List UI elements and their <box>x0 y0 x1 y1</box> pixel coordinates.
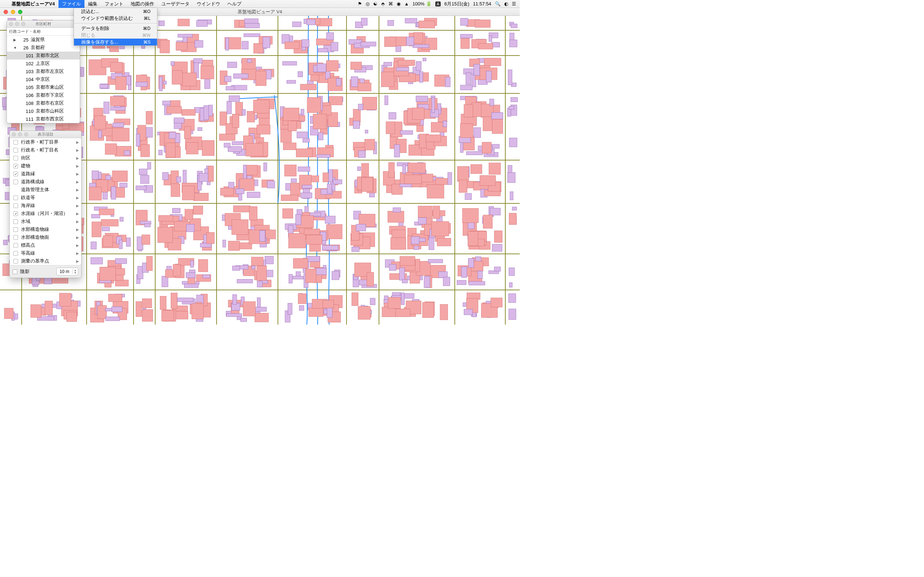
battery-status[interactable]: 100% 🔋 <box>412 1 432 6</box>
dropbox-icon[interactable]: ⬘ <box>381 1 385 6</box>
tree-row[interactable]: 110京都市山科区 <box>7 107 80 115</box>
bluetooth-icon[interactable]: ⌘ <box>388 1 393 6</box>
layer-checkbox[interactable] <box>13 259 18 264</box>
svg-rect-218 <box>94 116 106 129</box>
layer-checkbox[interactable] <box>13 219 18 224</box>
shadow-stepper[interactable]: ▲▼ <box>72 269 78 274</box>
tree-row[interactable]: ▶25滋賀県 <box>7 36 80 44</box>
layer-checkbox[interactable] <box>13 203 18 208</box>
municipality-tree[interactable]: ▶25滋賀県▼26京都府101京都市北区102上京区103京都市左京区104中京… <box>7 36 80 123</box>
chevron-right-icon[interactable]: ▶ <box>76 235 79 239</box>
chevron-right-icon[interactable]: ▶ <box>76 140 79 144</box>
layer-row[interactable]: 水涯線（河川・湖沼）▶ <box>10 210 81 218</box>
layer-checkbox[interactable] <box>13 172 18 176</box>
layer-row[interactable]: 標高点▶ <box>10 241 81 249</box>
layer-row[interactable]: 測量の基準点▶ <box>10 257 81 265</box>
svg-rect-744 <box>370 193 375 197</box>
layer-row[interactable]: 行政名・町丁目名▶ <box>10 146 81 154</box>
tree-row[interactable]: ▼26京都府 <box>7 44 80 52</box>
menu-map-ops[interactable]: 地図の操作 <box>127 0 158 8</box>
siri-icon[interactable]: ◐ <box>504 1 508 6</box>
stepper-up-icon[interactable]: ▲ <box>73 269 78 272</box>
layer-row[interactable]: 水部構造物面▶ <box>10 233 81 241</box>
tree-row[interactable]: 106京都市下京区 <box>7 91 80 99</box>
wifi-icon[interactable]: ◉ <box>397 1 401 6</box>
layer-checkbox[interactable] <box>13 211 18 216</box>
sync-icon[interactable]: ☯ <box>373 1 378 6</box>
layers-panel-titlebar[interactable]: 表示項目 <box>10 131 81 138</box>
chevron-right-icon[interactable]: ▶ <box>76 164 79 168</box>
tree-row[interactable]: 103京都市左京区 <box>7 68 80 76</box>
layer-row[interactable]: 等高線▶ <box>10 249 81 257</box>
layer-label: 測量の基準点 <box>21 258 76 264</box>
menu-item-open[interactable]: 読込む...⌘O <box>74 8 157 15</box>
menu-item-save-image[interactable]: 画像を保存する...⌘S <box>74 39 157 45</box>
layer-row[interactable]: 道路管理主体▶ <box>10 186 81 193</box>
chevron-right-icon[interactable]: ▶ <box>76 196 79 200</box>
tree-row[interactable]: 101京都市北区 <box>7 52 80 60</box>
menu-user-data[interactable]: ユーザデータ <box>158 0 193 8</box>
creative-cloud-icon[interactable]: ◎ <box>366 1 370 6</box>
layer-row[interactable]: 道路縁▶ <box>10 170 81 178</box>
layer-checkbox[interactable] <box>13 195 18 200</box>
municipality-panel-titlebar[interactable]: 市区町村 <box>7 21 80 28</box>
flag-icon[interactable]: ⚑ <box>358 1 362 6</box>
chevron-right-icon[interactable]: ▶ <box>76 259 79 263</box>
layer-checkbox[interactable] <box>13 164 18 168</box>
layer-row[interactable]: 街区▶ <box>10 154 81 162</box>
shadow-checkbox[interactable] <box>13 269 17 274</box>
layer-checkbox[interactable] <box>13 235 18 240</box>
tree-row[interactable]: 111京都市西京区 <box>7 115 80 123</box>
layer-row[interactable]: 建物▶ <box>10 162 81 170</box>
tree-row[interactable]: 104中京区 <box>7 76 80 83</box>
menu-help[interactable]: ヘルプ <box>224 0 245 8</box>
app-menu[interactable]: 基盤地図ビューアV4 <box>8 1 58 7</box>
notification-center-icon[interactable]: ☰ <box>512 1 516 6</box>
chevron-right-icon[interactable]: ▶ <box>76 251 79 255</box>
menu-edit[interactable]: 編集 <box>84 0 101 8</box>
svg-rect-997 <box>465 193 472 200</box>
menu-window[interactable]: ウインドウ <box>193 0 224 8</box>
layer-row[interactable]: 行政界・町丁目界▶ <box>10 138 81 146</box>
menu-item-delete-data[interactable]: データを削除⌘D <box>74 25 157 32</box>
svg-rect-515 <box>236 189 244 194</box>
tree-row[interactable]: 105京都市東山区 <box>7 83 80 91</box>
chevron-right-icon[interactable]: ▶ <box>76 172 79 176</box>
date-display[interactable]: 6月15日(金) <box>444 1 469 7</box>
chevron-right-icon[interactable]: ▶ <box>76 220 79 224</box>
layer-row[interactable]: 鉄道等▶ <box>10 193 81 201</box>
ime-indicator[interactable]: A <box>435 2 441 6</box>
layer-checkbox[interactable] <box>13 140 18 145</box>
layer-checkbox[interactable] <box>13 243 18 248</box>
spotlight-icon[interactable]: 🔍 <box>495 1 501 6</box>
tree-row[interactable]: 102上京区 <box>7 60 80 68</box>
layer-checkbox[interactable] <box>13 180 18 184</box>
shadow-value-select[interactable]: 10 m ▲▼ <box>56 268 78 276</box>
layer-row[interactable]: 水部構造物線▶ <box>10 226 81 233</box>
menu-font[interactable]: フォント <box>101 0 127 8</box>
volume-icon[interactable]: ▲ <box>404 1 409 6</box>
layer-row[interactable]: 水域▶ <box>10 218 81 226</box>
tree-row[interactable]: 108京都市右京区 <box>7 99 80 107</box>
layer-checkbox[interactable] <box>13 227 18 232</box>
layer-checkbox[interactable] <box>13 156 18 161</box>
layer-checkbox[interactable] <box>13 251 18 256</box>
time-display[interactable]: 11:57:54 <box>473 1 491 6</box>
chevron-right-icon[interactable]: ▶ <box>76 156 79 160</box>
menu-file[interactable]: ファイル <box>58 0 84 8</box>
chevron-right-icon[interactable]: ▶ <box>76 204 79 208</box>
layer-checkbox[interactable] <box>13 148 18 153</box>
chevron-right-icon[interactable]: ▶ <box>76 243 79 247</box>
menu-item-read-window-range[interactable]: ウインドウ範囲を読込む⌘L <box>74 15 157 22</box>
chevron-right-icon[interactable]: ▶ <box>76 212 79 216</box>
layer-row[interactable]: 道路構成線▶ <box>10 178 81 186</box>
svg-rect-622 <box>303 139 310 142</box>
chevron-right-icon[interactable]: ▶ <box>76 188 79 192</box>
chevron-right-icon[interactable]: ▶ <box>76 180 79 184</box>
layer-row[interactable]: 海岸線▶ <box>10 201 81 210</box>
chevron-right-icon[interactable]: ▶ <box>76 148 79 152</box>
stepper-down-icon[interactable]: ▼ <box>73 272 78 274</box>
disclosure-icon[interactable]: ▼ <box>13 46 18 50</box>
disclosure-icon[interactable]: ▶ <box>13 38 18 42</box>
chevron-right-icon[interactable]: ▶ <box>76 227 79 232</box>
